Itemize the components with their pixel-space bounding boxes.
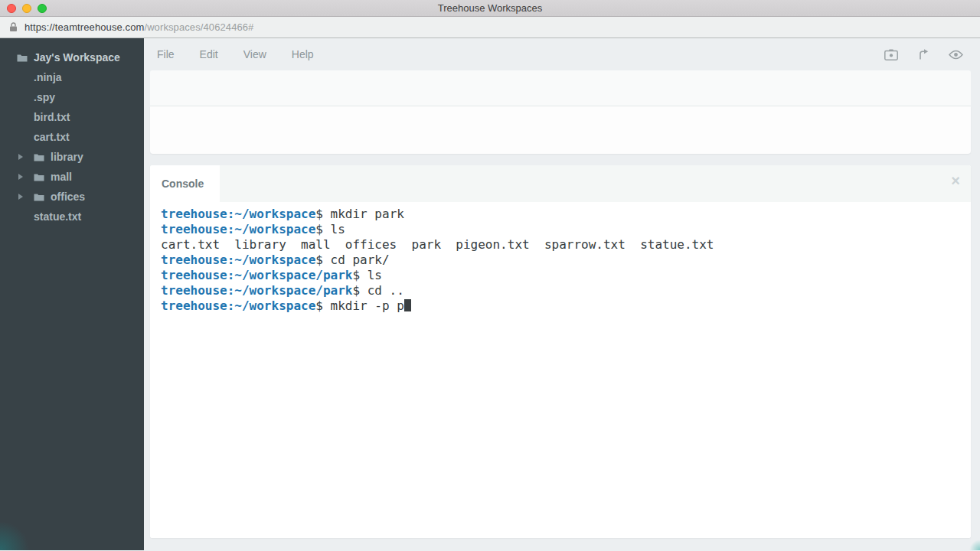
fork-icon [917,48,929,60]
sidebar-item-spy[interactable]: .spy [0,87,144,107]
console-line: treehouse:~/workspace$ mkdir -p p [161,298,971,314]
console-tab-label: Console [162,178,204,190]
shell-prompt: treehouse:~/workspace [161,207,315,221]
disclosure-triangle-icon[interactable] [18,194,34,200]
folder-icon [34,173,51,181]
sidebar-file-list: .ninja .spy bird.txt cart.txt [0,67,144,227]
workspace-app: Jay's Workspace .ninja .spy bird.txt [0,38,980,550]
corner-glow [0,523,35,550]
menu-item-edit[interactable]: Edit [200,48,218,60]
address-bar[interactable]: https://teamtreehouse.com/workspaces/406… [0,17,980,38]
console-line: treehouse:~/workspace$ cd park/ [161,253,971,268]
preview-button[interactable] [949,50,963,60]
camera-icon [884,49,898,60]
eye-icon [949,50,963,60]
shell-command: ls [331,222,345,236]
menu-items-container: FileEditViewHelp [157,48,314,60]
console-line: treehouse:~/workspace$ mkdir park [161,207,971,222]
sidebar-item-bird-txt[interactable]: bird.txt [0,107,144,127]
url-domain: https://teamtreehouse.com [24,21,144,33]
console-header: Console × [150,165,971,202]
disclosure-triangle-icon[interactable] [18,154,34,160]
main-area: FileEditViewHelp [144,38,980,550]
sidebar-item-label: .spy [34,91,55,103]
zoom-window-button[interactable] [38,4,47,13]
snapshot-button[interactable] [884,49,898,60]
prompt-suffix: $ [315,253,330,267]
toolbar-icons [884,38,963,70]
workspace-menubar: FileEditViewHelp [144,38,980,70]
panel-gap [144,154,980,165]
sidebar-item-cart-txt[interactable]: cart.txt [0,127,144,147]
minimize-window-button[interactable] [22,4,31,13]
menu-item-help[interactable]: Help [292,48,314,60]
prompt-suffix: $ [315,298,330,313]
sidebar-item-label: bird.txt [34,111,70,123]
sidebar-root-workspace[interactable]: Jay's Workspace [0,47,144,67]
console-line: treehouse:~/workspace/park$ ls [161,268,971,283]
close-window-button[interactable] [7,4,16,13]
tab-console[interactable]: Console [150,165,220,202]
url-path: /workspaces/40624466# [144,21,253,33]
menu-item-view[interactable]: View [243,48,266,60]
shell-command: mkdir -p p [331,298,404,313]
terminal-cursor [404,299,411,311]
console-panel: Console × treehouse:~/workspace$ mkdir p… [150,165,971,538]
sidebar-item-label: offices [51,191,85,203]
sidebar-item-label: mall [51,171,72,183]
close-console-icon[interactable]: × [951,173,960,188]
sidebar-item-label: cart.txt [34,131,70,143]
folder-icon [34,193,51,201]
titlebar: Treehouse Workspaces [0,0,980,17]
url-text: https://teamtreehouse.com/workspaces/406… [24,21,253,33]
sidebar-item-label: .ninja [34,71,62,83]
prompt-suffix: $ [352,283,367,298]
file-tree-sidebar: Jay's Workspace .ninja .spy bird.txt [0,38,144,550]
shell-command: mkdir park [331,207,404,221]
console-output[interactable]: treehouse:~/workspace$ mkdir parktreehou… [150,202,971,538]
prompt-suffix: $ [352,268,367,282]
prompt-suffix: $ [315,222,330,236]
shell-command: cd park/ [331,253,390,267]
console-line: treehouse:~/workspace$ ls [161,222,971,237]
editor-tab-strip[interactable] [150,70,971,106]
shell-prompt: treehouse:~/workspace [161,298,315,313]
sidebar-item-label: statue.txt [34,210,81,223]
corner-glow [969,540,980,550]
traffic-lights [7,4,47,13]
lock-icon [9,22,18,32]
sidebar-item-label: library [51,151,83,163]
console-line: treehouse:~/workspace/park$ cd .. [161,283,971,298]
folder-icon [17,54,34,62]
sidebar-item-offices[interactable]: offices [0,187,144,207]
fork-button[interactable] [917,48,929,60]
shell-prompt: treehouse:~/workspace [161,253,315,267]
window-title: Treehouse Workspaces [0,0,980,16]
sidebar-item-library[interactable]: library [0,147,144,167]
shell-prompt: treehouse:~/workspace/park [161,283,352,298]
menu-item-file[interactable]: File [157,48,175,60]
sidebar-root-label: Jay's Workspace [34,51,120,64]
sidebar-item-statue-txt[interactable]: statue.txt [0,207,144,227]
browser-window: Treehouse Workspaces https://teamtreehou… [0,0,980,551]
sidebar-item-mall[interactable]: mall [0,167,144,187]
disclosure-triangle-icon[interactable] [18,174,34,180]
shell-prompt: treehouse:~/workspace [161,222,315,236]
folder-icon [34,153,51,161]
shell-prompt: treehouse:~/workspace/park [161,268,352,282]
editor-pane[interactable] [150,106,971,154]
sidebar-item-ninja[interactable]: .ninja [0,67,144,87]
shell-command: cd .. [368,283,404,298]
prompt-suffix: $ [315,207,330,221]
shell-command: ls [368,268,382,282]
shell-output: cart.txt library mall offices park pigeo… [161,237,714,252]
console-line: cart.txt library mall offices park pigeo… [161,237,971,253]
